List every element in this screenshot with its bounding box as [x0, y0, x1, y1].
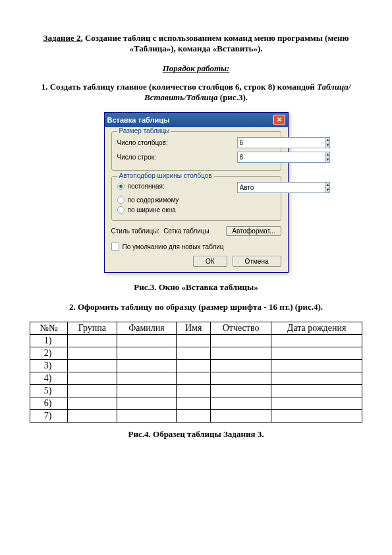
radio-fixed-label: постоянная: [128, 183, 165, 190]
table-row: 3) [30, 360, 362, 372]
cell-num: 3) [30, 360, 68, 372]
default-checkbox-row[interactable]: По умолчанию для новых таблиц [111, 243, 281, 250]
ok-button[interactable]: ОК [193, 256, 227, 267]
dialog-title: Вставка таблицы [107, 116, 170, 124]
cols-spin-buttons[interactable]: ▲▼ [326, 137, 331, 148]
table-row: 5) [30, 385, 362, 397]
radio-content-label: по содержимому [128, 196, 179, 204]
autoformat-button[interactable]: Автоформат... [226, 226, 281, 236]
rows-spinner[interactable]: ▲▼ [237, 152, 275, 163]
radio-window-label: по ширине окна [128, 206, 176, 214]
sample-table: №№ Группа Фамилия Имя Отчество Дата рожд… [30, 322, 362, 423]
cell-num: 1) [30, 335, 68, 347]
th-num: №№ [30, 322, 68, 335]
step1-tail: (рис.3). [218, 92, 248, 102]
step-1: 1. Создать таблицу главное (количество с… [30, 82, 362, 103]
cell-num: 4) [30, 372, 68, 385]
task-text-1: Создание таблиц с использованием команд … [85, 33, 349, 43]
rows-label: Число строк: [117, 154, 156, 161]
fixed-width-spin-buttons[interactable]: ▲▼ [326, 182, 331, 193]
rows-input[interactable] [237, 152, 326, 163]
radio-fixed[interactable] [117, 183, 125, 190]
cols-input[interactable] [237, 137, 326, 148]
fixed-width-spinner[interactable]: ▲▼ [237, 182, 275, 193]
step-2: 2. Оформить таблицу по образцу (размер ш… [30, 302, 362, 312]
table-header-row: №№ Группа Фамилия Имя Отчество Дата рожд… [30, 322, 362, 335]
th-firstname: Имя [177, 322, 211, 335]
default-checkbox[interactable] [111, 243, 119, 250]
radio-window[interactable] [117, 206, 125, 214]
dialog-figure: Вставка таблицы ✕ Размер таблицы Число с… [30, 112, 362, 273]
style-label: Стиль таблицы: [111, 227, 160, 235]
fig3-caption: Рис.3. Окно «Вставка таблицы» [30, 282, 362, 293]
step1-text: 1. Создать таблицу главное (количество с… [42, 82, 317, 92]
table-row: 4) [30, 372, 362, 385]
cancel-button[interactable]: Отмена [233, 256, 281, 267]
cell-num: 6) [30, 397, 68, 410]
dialog-actions: ОК Отмена [111, 256, 281, 267]
style-value: Сетка таблицы [163, 227, 210, 235]
cell-num: 5) [30, 385, 68, 397]
th-patronymic: Отчество [210, 322, 271, 335]
cols-label: Число столбцов: [117, 139, 168, 146]
table-row: 7) [30, 410, 362, 423]
style-row: Стиль таблицы: Сетка таблицы Автоформат.… [111, 226, 281, 236]
table-row: 6) [30, 397, 362, 410]
default-checkbox-label: По умолчанию для новых таблиц [123, 243, 224, 250]
fig4-caption: Рис.4. Образец таблицы Задания 3. [30, 429, 362, 440]
task-title: Задание 2. Создание таблиц с использован… [30, 33, 362, 54]
cols-spinner[interactable]: ▲▼ [237, 137, 275, 148]
cell-num: 2) [30, 347, 68, 360]
cell-num: 7) [30, 410, 68, 423]
group-size-legend: Размер таблицы [117, 127, 172, 134]
insert-table-dialog: Вставка таблицы ✕ Размер таблицы Число с… [104, 112, 289, 273]
dialog-titlebar[interactable]: Вставка таблицы ✕ [105, 113, 288, 127]
th-group: Группа [68, 322, 117, 335]
table-row: 1) [30, 335, 362, 347]
task-label: Задание 2. [43, 33, 83, 43]
group-autofit: Автоподбор ширины столбцов постоянная: ▲… [111, 176, 281, 221]
close-icon[interactable]: ✕ [273, 115, 285, 125]
group-autofit-legend: Автоподбор ширины столбцов [117, 172, 214, 179]
group-table-size: Размер таблицы Число столбцов: ▲▼ Число … [111, 131, 281, 171]
radio-content[interactable] [117, 196, 125, 204]
th-lastname: Фамилия [117, 322, 177, 335]
fixed-width-input[interactable] [237, 182, 326, 193]
table-row: 2) [30, 347, 362, 360]
rows-spin-buttons[interactable]: ▲▼ [326, 152, 331, 163]
workorder-heading: Порядок работы: [30, 63, 362, 74]
dialog-body: Размер таблицы Число столбцов: ▲▼ Число … [105, 127, 288, 272]
task-text-2: «Таблица»), команда «Вставить»). [129, 44, 262, 53]
th-birthdate: Дата рождения [271, 322, 362, 335]
